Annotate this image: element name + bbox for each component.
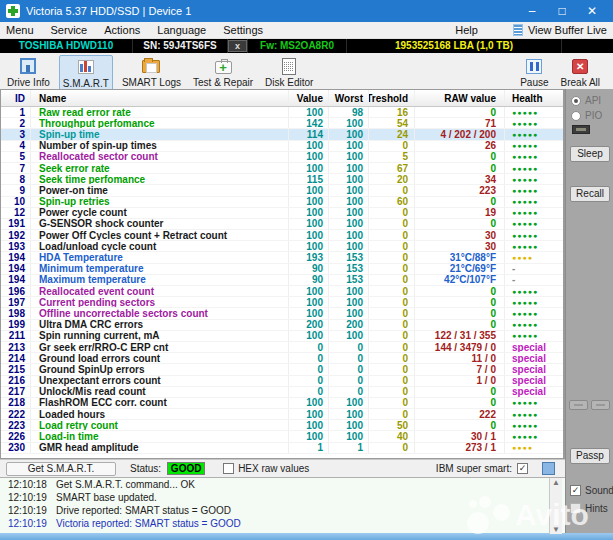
menu-item-language[interactable]: Language [157, 24, 206, 36]
maximize-button[interactable]: □ [547, 4, 577, 18]
table-row[interactable]: 194Maximum temperature90153042°C/107°F- [1, 275, 563, 286]
minimize-button[interactable]: – [517, 4, 547, 18]
cell-value: 100 [289, 197, 329, 207]
api-radio[interactable]: API [571, 95, 601, 106]
table-row[interactable]: 5Reallocated sector count10010050●●●●● [1, 152, 563, 163]
cell-raw-value: 30 [415, 230, 505, 240]
header-id[interactable]: ID [1, 90, 31, 106]
menu-item-settings[interactable]: Settings [223, 24, 263, 36]
table-row[interactable]: 4Number of spin-up times100100026●●●●● [1, 141, 563, 152]
menu-item-help[interactable]: Help [455, 24, 478, 36]
cell-raw-value: 34 [415, 174, 505, 184]
passport-button[interactable]: Passp [570, 448, 610, 464]
header-treshold[interactable]: Treshold [369, 90, 415, 106]
mini-button-left[interactable] [569, 400, 588, 410]
hex-raw-checkbox[interactable] [223, 463, 234, 474]
scroll-up-icon[interactable]: ▲ [552, 478, 560, 487]
sound-checkbox-row[interactable]: ✓ Sound [570, 485, 613, 496]
mini-button-right[interactable] [591, 400, 610, 410]
header-health[interactable]: Health [505, 90, 563, 106]
hints-checkbox-row[interactable]: Hints [570, 503, 608, 514]
header-raw-value[interactable]: RAW value [415, 90, 505, 106]
table-row[interactable]: 12Power cycle count100100019●●●●● [1, 208, 563, 219]
victoria-window: Victoria 5.37 HDD/SSD | Device 1 – □ ✕ M… [0, 0, 613, 540]
status-label: Status: [130, 463, 161, 474]
table-row[interactable]: 223Load retry count100100500●●●●● [1, 420, 563, 431]
cell-treshold: 0 [369, 376, 415, 386]
table-row[interactable]: 199Ultra DMA CRC errors20020000●●●●● [1, 320, 563, 331]
view-buffer-live[interactable]: View Buffer Live [528, 24, 607, 36]
cell-health: special [505, 342, 563, 352]
table-row[interactable]: 7Seek error rate100100670●●●●● [1, 163, 563, 174]
table-row[interactable]: 9Power-on time1001000223●●●●● [1, 185, 563, 196]
cell-raw-value: 31°C/88°F [415, 252, 505, 262]
cell-id: 12 [1, 208, 31, 218]
menu-item-actions[interactable]: Actions [104, 24, 140, 36]
cell-health: ●●●●● [505, 129, 563, 139]
table-row[interactable]: 217Unlock/Mis read count0000special [1, 387, 563, 398]
hints-checkbox[interactable] [570, 503, 581, 514]
cell-treshold: 0 [369, 286, 415, 296]
break-all-button[interactable]: ✕ Break All [558, 55, 603, 89]
drive-info-bar: TOSHIBA HDWD110 SN: 59J4TS6FS x Fw: MS2O… [0, 39, 613, 53]
table-row[interactable]: 2Throughput perfomance1421005471●●●●● [1, 118, 563, 129]
table-row[interactable]: 10Spin-up retries100100600●●●●● [1, 197, 563, 208]
table-row[interactable]: 222Loaded hours1001000222●●●●● [1, 409, 563, 420]
smart-logs-button[interactable]: SMART Logs [119, 55, 184, 89]
ibm-super-smart-checkbox[interactable]: ✓ [517, 463, 528, 474]
cell-health: special [505, 376, 563, 386]
table-row[interactable]: 196Reallocated event count10010000●●●●● [1, 286, 563, 297]
table-row[interactable]: 216Unexpectant errors count0001 / 0speci… [1, 376, 563, 387]
table-row[interactable]: 214Ground load errors count00011 / 0spec… [1, 353, 563, 364]
health-indicator: ●●●●● [512, 141, 538, 151]
table-row[interactable]: 194Minimum temperature90153021°C/69°F- [1, 264, 563, 275]
table-row[interactable]: 191G-SENSOR shock counter10010000●●●●● [1, 219, 563, 230]
log-scrollbar[interactable]: ▲ ▼ [549, 478, 562, 534]
cell-value: 100 [289, 230, 329, 240]
color-swatch-button[interactable] [542, 462, 555, 475]
test-repair-button[interactable]: Test & Repair [190, 55, 256, 89]
recall-button[interactable]: Recall [570, 186, 610, 202]
table-row[interactable]: 8Seek time perfomance1151002034●●●●● [1, 174, 563, 185]
smart-button[interactable]: S.M.A.R.T [59, 55, 113, 91]
menu-item-menu[interactable]: Menu [6, 24, 34, 36]
table-row[interactable]: 213Gr seek err/RRO-C ERP cnt000144 / 347… [1, 342, 563, 353]
window-title: Victoria 5.37 HDD/SSD | Device 1 [26, 5, 191, 17]
pio-radio[interactable]: PIO [571, 110, 602, 121]
menu-item-service[interactable]: Service [51, 24, 88, 36]
cell-value: 100 [289, 420, 329, 430]
table-row[interactable]: 198Offline uncorrectable sectors count10… [1, 308, 563, 319]
table-row[interactable]: 193Load/unload cycle count100100030●●●●● [1, 241, 563, 252]
table-row[interactable]: 197Current pending sectors10010000●●●●● [1, 297, 563, 308]
table-row[interactable]: 230GMR head amplitude110273 / 1●●●● [1, 443, 563, 454]
table-row[interactable]: 211Spin running current, mA1001000122 / … [1, 331, 563, 342]
cell-value: 100 [289, 331, 329, 341]
table-row[interactable]: 218FlashROM ECC corr. count10010000●●●●● [1, 398, 563, 409]
cell-worst: 100 [329, 297, 369, 307]
cell-health: ●●●●● [505, 163, 563, 173]
header-value[interactable]: Value [289, 90, 329, 106]
cell-worst: 0 [329, 353, 369, 363]
header-name[interactable]: Name [31, 90, 289, 106]
table-row[interactable]: 194HDA Temperature193153031°C/88°F●●●● [1, 252, 563, 263]
health-indicator: ●●●●● [512, 398, 538, 408]
cell-worst: 153 [329, 264, 369, 274]
drive-info-button[interactable]: Drive Info [4, 55, 53, 89]
sound-checkbox[interactable]: ✓ [570, 485, 581, 496]
table-row[interactable]: 1Raw read error rate10098160●●●●● [1, 107, 563, 118]
header-worst[interactable]: Worst [329, 90, 369, 106]
table-row[interactable]: 226Load-in time1001004030 / 1●●●●● [1, 431, 563, 442]
table-row[interactable]: 215Ground SpinUp errors0007 / 0special [1, 364, 563, 375]
table-row[interactable]: 192Power Off Cycles count + Retract coun… [1, 230, 563, 241]
table-row[interactable]: 3Spin-up time114100244 / 202 / 200●●●●● [1, 129, 563, 140]
disk-editor-button[interactable]: Disk Editor [262, 55, 316, 89]
sleep-button[interactable]: Sleep [570, 146, 610, 162]
get-smart-button[interactable]: Get S.M.A.R.T. [6, 462, 116, 476]
smart-table: ID Name Value Worst Treshold RAW value H… [0, 89, 565, 459]
close-button[interactable]: ✕ [577, 4, 607, 18]
pause-button[interactable]: Pause [517, 55, 551, 89]
cell-name: Load retry count [31, 420, 289, 430]
scroll-down-icon[interactable]: ▼ [552, 525, 560, 534]
cell-name: Unexpectant errors count [31, 376, 289, 386]
drive-close-button[interactable]: x [228, 40, 247, 52]
